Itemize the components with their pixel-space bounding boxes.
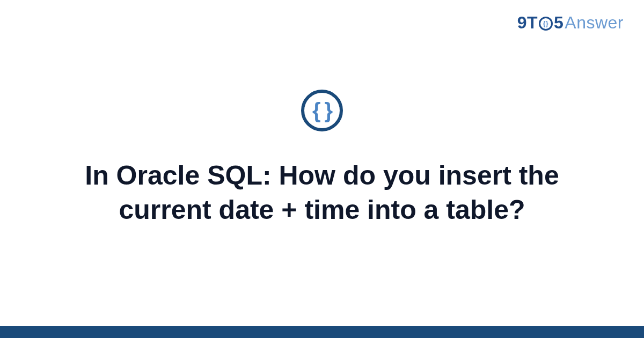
question-title: In Oracle SQL: How do you insert the cur… <box>48 158 596 227</box>
code-braces-icon: { } <box>301 90 343 131</box>
braces-glyph: { } <box>312 100 332 121</box>
footer-bar <box>0 326 644 338</box>
content-area: { } In Oracle SQL: How do you insert the… <box>0 0 644 338</box>
